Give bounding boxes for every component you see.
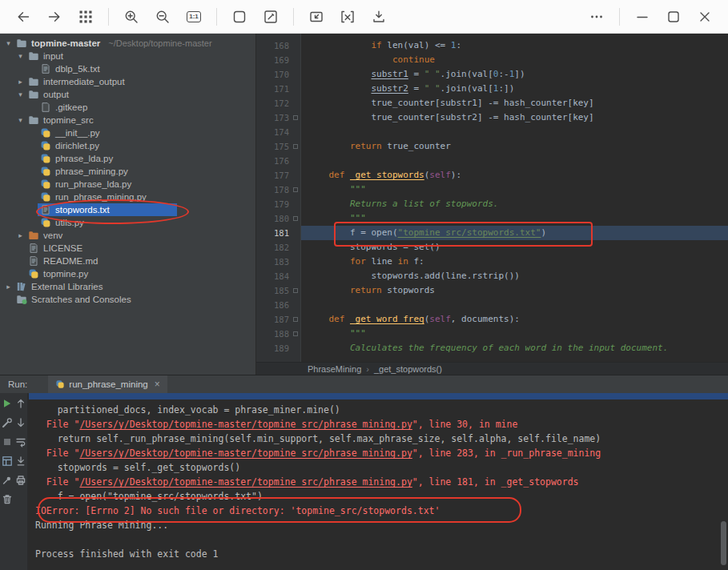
breadcrumb-class[interactable]: PhraseMining <box>308 364 361 374</box>
line-number: 168 <box>256 38 300 53</box>
tree-item-label: Scratches and Consoles <box>31 295 131 304</box>
close-icon[interactable] <box>696 8 714 26</box>
tree-item-label: stopwords.txt <box>55 205 110 215</box>
rerun-icon[interactable] <box>1 397 14 410</box>
breadcrumb-method[interactable]: _get_stopwords() <box>374 364 442 374</box>
line-number: 183 <box>256 255 300 269</box>
more-icon[interactable] <box>588 8 605 26</box>
line-number: 188 <box>256 327 300 341</box>
console-file-link[interactable]: /Users/y/Desktop/topmine-master/topmine_… <box>79 448 412 459</box>
tree-item-phrase-lda-py[interactable]: phrase_lda.py <box>0 152 255 165</box>
expanded-arrow-icon[interactable]: ▾ <box>3 39 14 47</box>
tree-item-run-phrase-mining-py[interactable]: run_phrase_mining.py <box>0 191 255 203</box>
gallery-icon[interactable] <box>77 8 95 26</box>
collapsed-arrow-icon[interactable]: ▸ <box>3 283 14 291</box>
expanded-arrow-icon[interactable]: ▾ <box>15 90 26 98</box>
scroll-end-icon[interactable] <box>14 455 27 468</box>
console-file-link[interactable]: /Users/y/Desktop/topmine-master/topmine_… <box>79 419 412 430</box>
tree-item-topmine-src[interactable]: ▾topmine_src <box>0 114 255 126</box>
run-tab[interactable]: run_phrase_mining × <box>48 375 167 393</box>
toolbar-divider <box>216 8 217 26</box>
run-toolbar <box>0 393 28 570</box>
markup-icon[interactable] <box>262 8 280 26</box>
tree-item-init-py[interactable]: __init__.py <box>0 126 255 139</box>
code-editor[interactable]: 1681691701711721731741751761771781791801… <box>256 34 728 362</box>
collapsed-arrow-icon[interactable]: ▸ <box>15 231 26 239</box>
console-line: Process finished with exit code 1 <box>35 547 728 561</box>
tree-item-label: __init__.py <box>55 128 100 138</box>
console-scrollbar[interactable] <box>721 521 726 565</box>
maximize-icon[interactable] <box>665 8 682 26</box>
expanded-arrow-icon[interactable]: ▾ <box>15 52 26 60</box>
tree-item-utils-py[interactable]: utils.py <box>0 216 255 229</box>
console-file-link[interactable]: /Users/y/Desktop/topmine-master/topmine_… <box>79 476 412 488</box>
line-number: 174 <box>256 125 300 139</box>
stop-icon[interactable] <box>1 436 14 448</box>
tree-item-dirichlet-py[interactable]: dirichlet.py <box>0 139 255 152</box>
editor-gutter: 1681691701711721731741751761771781791801… <box>256 34 301 362</box>
fold-marker-icon <box>291 139 300 154</box>
tree-item-output[interactable]: ▾output <box>0 88 255 101</box>
actual-size-icon[interactable]: 1:1 <box>185 8 203 26</box>
python-icon <box>40 191 51 203</box>
line-number: 179 <box>256 197 300 211</box>
window-arrow-icon[interactable] <box>308 8 325 26</box>
tree-item-venv[interactable]: ▸venv <box>0 229 255 242</box>
up-stack-icon[interactable] <box>14 397 27 410</box>
restore-layout-icon[interactable] <box>1 455 14 468</box>
actual-size-label: 1:1 <box>187 11 201 22</box>
console-line: return self._run_phrase_mining(self.min_… <box>35 432 728 446</box>
console-line: Running Phrase Mining... <box>35 518 728 532</box>
tree-item-scratches-and-consoles[interactable]: Scratches and Consoles <box>0 293 255 306</box>
tree-item-input[interactable]: ▾input <box>0 50 255 62</box>
tree-item-topmine-py[interactable]: topmine.py <box>0 267 255 280</box>
tree-item-label: README.md <box>43 256 98 266</box>
python-icon <box>40 217 51 228</box>
collapsed-arrow-icon[interactable]: ▸ <box>15 78 26 86</box>
print-icon[interactable] <box>14 474 27 487</box>
line-number: 176 <box>256 154 300 168</box>
run-console[interactable]: partitioned_docs, index_vocab = phrase_m… <box>29 393 728 570</box>
tree-item-label: .gitkeep <box>55 102 87 112</box>
tree-item-label: input <box>43 51 63 61</box>
tree-item-external-libraries[interactable]: ▸External Libraries <box>0 280 255 293</box>
folder-icon <box>28 114 39 126</box>
pin-icon[interactable] <box>1 474 14 487</box>
tree-item-label: dirichlet.py <box>55 141 99 151</box>
trash-icon[interactable] <box>1 493 14 506</box>
rotate-icon[interactable] <box>231 8 248 26</box>
zoom-out-icon[interactable] <box>154 8 171 26</box>
line-number: 184 <box>256 269 300 283</box>
tree-item-readme-md[interactable]: README.md <box>0 255 255 267</box>
tree-item-license[interactable]: LICENSE <box>0 242 255 255</box>
tree-item-topmine-master[interactable]: ▾topmine-master~/Desktop/topmine-master <box>0 37 255 50</box>
tab-close-icon[interactable]: × <box>155 379 160 390</box>
settings-icon[interactable] <box>1 416 14 429</box>
forward-icon[interactable] <box>46 8 63 26</box>
code-line <box>301 125 728 139</box>
down-stack-icon[interactable] <box>14 416 27 429</box>
zoom-in-icon[interactable] <box>123 8 140 26</box>
code-line: return true_counter <box>301 139 728 154</box>
tree-item-run-phrase-lda-py[interactable]: run_phrase_lda.py <box>0 178 255 191</box>
run-header: Run: run_phrase_mining × <box>0 375 728 394</box>
expanded-arrow-icon[interactable]: ▾ <box>15 116 26 124</box>
soft-wrap-icon[interactable] <box>14 436 27 448</box>
tree-item-dblp-5k-txt[interactable]: dblp_5k.txt <box>0 62 255 75</box>
tree-item-label: phrase_mining.py <box>55 167 128 176</box>
project-tree: ▾topmine-master~/Desktop/topmine-master▾… <box>0 34 256 375</box>
editor-code-area[interactable]: if len(val) <= 1: continue substr1 = " "… <box>301 34 728 362</box>
back-icon[interactable] <box>14 8 32 26</box>
minimize-icon[interactable] <box>633 8 651 26</box>
tree-item-label: dblp_5k.txt <box>55 64 100 74</box>
tree-item-phrase-mining-py[interactable]: phrase_mining.py <box>0 165 255 178</box>
tree-item-gitkeep[interactable]: .gitkeep <box>0 101 255 114</box>
run-tool-window: Run: run_phrase_mining × partitioned_doc… <box>0 375 728 570</box>
tree-item-label: output <box>43 90 69 99</box>
tree-item-label: run_phrase_lda.py <box>55 179 131 189</box>
tree-item-intermediate-output[interactable]: ▸intermediate_output <box>0 75 255 88</box>
download-icon[interactable] <box>370 8 388 26</box>
tree-item-stopwords-txt[interactable]: stopwords.txt <box>0 203 255 216</box>
file-icon <box>40 102 51 113</box>
extract-text-icon[interactable] <box>339 8 356 26</box>
